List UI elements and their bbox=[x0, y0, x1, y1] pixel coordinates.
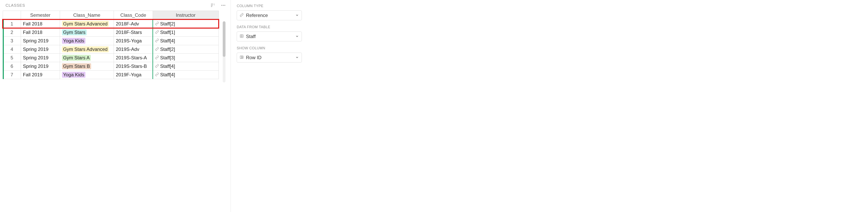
filler bbox=[308, 0, 868, 212]
data-from-table-dropdown[interactable]: Staff bbox=[237, 32, 302, 41]
cell-instructor[interactable]: Staff[1] bbox=[153, 28, 219, 37]
instructor-ref: Staff[4] bbox=[160, 72, 175, 78]
row-number[interactable]: 6 bbox=[3, 62, 21, 70]
instructor-ref: Staff[4] bbox=[160, 38, 175, 43]
data-from-table-value: Staff bbox=[246, 34, 256, 39]
link-icon bbox=[155, 47, 159, 52]
svg-point-5 bbox=[224, 5, 225, 6]
cell-instructor[interactable]: Staff[4] bbox=[153, 37, 219, 45]
column-type-dropdown[interactable]: Reference bbox=[237, 10, 302, 20]
column-header-semester[interactable]: Semester bbox=[21, 11, 60, 20]
scrollbar-thumb[interactable] bbox=[223, 21, 225, 57]
table-title: CLASSES bbox=[5, 3, 25, 8]
chevron-down-icon bbox=[295, 55, 299, 60]
cell-instructor[interactable]: Staff[2] bbox=[153, 45, 219, 54]
row-number[interactable]: 2 bbox=[3, 28, 21, 37]
instructor-ref: Staff[2] bbox=[160, 47, 175, 52]
cell-class-code[interactable]: 2018F-Adv bbox=[114, 20, 153, 28]
column-type-value: Reference bbox=[246, 12, 268, 18]
row-number[interactable]: 4 bbox=[3, 45, 21, 54]
cell-instructor[interactable]: Staff[4] bbox=[153, 70, 219, 79]
column-header-class-code[interactable]: Class_Code bbox=[114, 11, 153, 20]
row-number[interactable]: 5 bbox=[3, 54, 21, 62]
cell-instructor[interactable]: Staff[3] bbox=[153, 54, 219, 62]
class-name-tag: Gym Stars A bbox=[62, 55, 91, 61]
cell-semester[interactable]: Spring 2019 bbox=[21, 45, 60, 54]
cell-class-name[interactable]: Yoga Kids bbox=[60, 70, 114, 79]
data-table: Semester Class_Name Class_Code Instructo… bbox=[3, 11, 219, 79]
table-row[interactable]: 2Fall 2018Gym Stars2018F-StarsStaff[1] bbox=[3, 28, 219, 37]
header-actions bbox=[210, 3, 226, 8]
table-row[interactable]: 3Spring 2019Yoga Kids2019S-YogaStaff[4] bbox=[3, 37, 219, 45]
link-icon bbox=[155, 38, 159, 43]
table-row[interactable]: 1Fall 2018Gym Stars Advanced2018F-AdvSta… bbox=[3, 20, 219, 28]
show-column-dropdown[interactable]: Row ID bbox=[237, 53, 302, 62]
chevron-down-icon bbox=[295, 34, 299, 39]
cell-class-name[interactable]: Gym Stars A bbox=[60, 54, 114, 62]
cell-class-name[interactable]: Gym Stars Advanced bbox=[60, 45, 114, 54]
cell-class-code[interactable]: 2019S-Adv bbox=[114, 45, 153, 54]
cell-class-name[interactable]: Gym Stars B bbox=[60, 62, 114, 70]
column-type-label: COLUMN TYPE bbox=[237, 4, 302, 8]
instructor-ref: Staff[2] bbox=[160, 21, 175, 27]
table-row[interactable]: 6Spring 2019Gym Stars B2019S-Stars-BStaf… bbox=[3, 62, 219, 70]
instructor-ref: Staff[1] bbox=[160, 30, 175, 35]
show-column-label: SHOW COLUMN bbox=[237, 46, 302, 50]
instructor-ref: Staff[4] bbox=[160, 63, 175, 69]
cell-class-code[interactable]: 2019F-Yoga bbox=[114, 70, 153, 79]
link-icon bbox=[240, 12, 244, 18]
filter-icon[interactable] bbox=[210, 3, 215, 8]
cell-instructor[interactable]: Staff[2] bbox=[153, 20, 219, 28]
table-icon bbox=[240, 34, 244, 39]
cell-class-code[interactable]: 2019S-Stars-B bbox=[114, 62, 153, 70]
svg-point-3 bbox=[221, 5, 222, 6]
scrollbar-track[interactable] bbox=[223, 21, 225, 83]
class-name-tag: Gym Stars Advanced bbox=[62, 47, 109, 52]
class-name-tag: Gym Stars Advanced bbox=[62, 21, 109, 27]
cell-class-name[interactable]: Gym Stars Advanced bbox=[60, 20, 114, 28]
cell-class-name[interactable]: Yoga Kids bbox=[60, 37, 114, 45]
cell-semester[interactable]: Spring 2019 bbox=[21, 62, 60, 70]
more-icon[interactable] bbox=[221, 3, 226, 8]
row-number[interactable]: 3 bbox=[3, 37, 21, 45]
class-name-tag: Gym Stars B bbox=[62, 63, 91, 69]
link-icon bbox=[155, 72, 159, 78]
table-header-bar: CLASSES bbox=[0, 0, 230, 11]
cell-semester[interactable]: Fall 2018 bbox=[21, 28, 60, 37]
svg-point-4 bbox=[223, 5, 224, 6]
instructor-ref: Staff[3] bbox=[160, 55, 175, 61]
cell-semester[interactable]: Spring 2019 bbox=[21, 54, 60, 62]
row-number[interactable]: 7 bbox=[3, 70, 21, 79]
cell-class-name[interactable]: Gym Stars bbox=[60, 28, 114, 37]
cell-semester[interactable]: Spring 2019 bbox=[21, 37, 60, 45]
cell-class-code[interactable]: 2019S-Stars-A bbox=[114, 54, 153, 62]
table-wrapper: Semester Class_Name Class_Code Instructo… bbox=[0, 11, 230, 79]
link-icon bbox=[155, 21, 159, 27]
table-header-row: Semester Class_Name Class_Code Instructo… bbox=[3, 11, 219, 20]
side-panel: COLUMN TYPE Reference DATA FROM TABLE bbox=[231, 0, 308, 212]
cell-instructor[interactable]: Staff[4] bbox=[153, 62, 219, 70]
table-row[interactable]: 4Spring 2019Gym Stars Advanced2019S-AdvS… bbox=[3, 45, 219, 54]
class-name-tag: Yoga Kids bbox=[62, 72, 86, 78]
column-header-instructor[interactable]: Instructor bbox=[153, 11, 219, 20]
cell-class-code[interactable]: 2018F-Stars bbox=[114, 28, 153, 37]
link-icon bbox=[155, 55, 159, 61]
link-icon bbox=[155, 30, 159, 35]
cell-semester[interactable]: Fall 2019 bbox=[21, 70, 60, 79]
class-name-tag: Gym Stars bbox=[62, 29, 87, 35]
table-row[interactable]: 5Spring 2019Gym Stars A2019S-Stars-AStaf… bbox=[3, 54, 219, 62]
row-indicator-bar bbox=[3, 19, 4, 79]
cell-class-code[interactable]: 2019S-Yoga bbox=[114, 37, 153, 45]
link-icon bbox=[155, 63, 159, 69]
show-column-value: Row ID bbox=[246, 55, 261, 60]
cell-semester[interactable]: Fall 2018 bbox=[21, 20, 60, 28]
table-row[interactable]: 7Fall 2019Yoga Kids2019F-YogaStaff[4] bbox=[3, 70, 219, 79]
column-icon bbox=[240, 55, 244, 60]
column-header-class-name[interactable]: Class_Name bbox=[60, 11, 114, 20]
main-table-panel: CLASSES bbox=[0, 0, 231, 212]
row-number[interactable]: 1 bbox=[3, 20, 21, 28]
class-name-tag: Yoga Kids bbox=[62, 38, 86, 44]
data-from-table-label: DATA FROM TABLE bbox=[237, 25, 302, 29]
row-number-header[interactable] bbox=[3, 11, 21, 20]
chevron-down-icon bbox=[295, 12, 299, 18]
